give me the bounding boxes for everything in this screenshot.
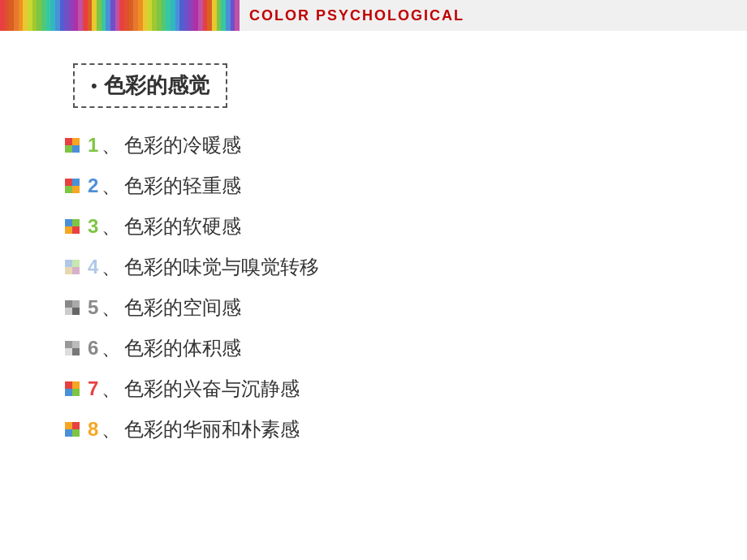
list-item: 6、色彩的体积感 (65, 335, 682, 361)
item-separator: 、 (101, 376, 121, 402)
list-item: 1、色彩的冷暖感 (65, 132, 682, 158)
bullet-symbol: • (91, 75, 97, 97)
list-item: 5、色彩的空间感 (65, 295, 682, 321)
item-separator: 、 (101, 132, 121, 158)
item-number: 3 (88, 215, 98, 238)
item-text: 色彩的味觉与嗅觉转移 (124, 254, 319, 280)
list-item: 8、色彩的华丽和朴素感 (65, 416, 682, 442)
item-number: 6 (88, 337, 98, 360)
item-text: 色彩的软硬感 (124, 213, 241, 239)
item-text: 色彩的冷暖感 (124, 132, 241, 158)
header-bar: COLOR PSYCHOLOGICAL (0, 0, 747, 31)
item-number: 8 (88, 418, 98, 441)
rainbow-stripes (0, 0, 240, 31)
color-square-icon (65, 422, 80, 437)
color-square-icon (65, 179, 80, 193)
item-text: 色彩的体积感 (124, 335, 241, 361)
item-separator: 、 (101, 295, 121, 321)
section-title: 色彩的感觉 (104, 71, 209, 100)
item-text: 色彩的轻重感 (124, 173, 241, 199)
item-list: 1、色彩的冷暖感2、色彩的轻重感3、色彩的软硬感4、色彩的味觉与嗅觉转移5、色彩… (65, 132, 682, 442)
item-separator: 、 (101, 173, 121, 199)
item-separator: 、 (101, 254, 121, 280)
item-separator: 、 (101, 213, 121, 239)
color-square-icon (65, 300, 80, 315)
item-separator: 、 (101, 416, 121, 442)
item-text: 色彩的空间感 (124, 295, 241, 321)
color-square-icon (65, 260, 80, 274)
item-number: 2 (88, 174, 98, 197)
list-item: 7、色彩的兴奋与沉静感 (65, 376, 682, 402)
main-content: • 色彩的感觉 1、色彩的冷暖感2、色彩的轻重感3、色彩的软硬感4、色彩的味觉与… (0, 31, 747, 489)
color-square-icon (65, 341, 80, 355)
color-square-icon (65, 219, 80, 234)
item-number: 5 (88, 296, 98, 319)
list-item: 4、色彩的味觉与嗅觉转移 (65, 254, 682, 280)
color-square-icon (65, 381, 80, 396)
color-square-icon (65, 138, 80, 153)
list-item: 3、色彩的软硬感 (65, 213, 682, 239)
item-text: 色彩的华丽和朴素感 (124, 416, 300, 442)
list-item: 2、色彩的轻重感 (65, 173, 682, 199)
section-title-box: • 色彩的感觉 (73, 63, 227, 108)
item-text: 色彩的兴奋与沉静感 (124, 376, 300, 402)
item-number: 4 (88, 256, 98, 278)
item-number: 1 (88, 134, 98, 157)
header-title: COLOR PSYCHOLOGICAL (240, 7, 474, 24)
item-separator: 、 (101, 335, 121, 361)
item-number: 7 (88, 377, 98, 400)
